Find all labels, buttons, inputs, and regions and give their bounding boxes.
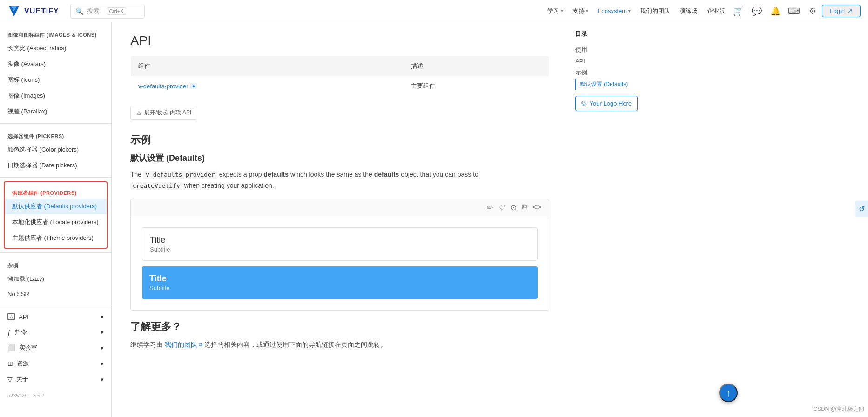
logo[interactable]: VUETIFY <box>7 5 59 18</box>
arrow-up-icon: ↑ <box>726 388 731 398</box>
sidebar-divider-1 <box>0 123 111 124</box>
sidebar-section-misc: 杂项 <box>0 257 111 271</box>
component-badge: ● <box>190 83 197 89</box>
nav-item-support[interactable]: 支持 ▾ <box>572 7 588 15</box>
expand-api-button[interactable]: ⚠ 展开/收起 内联 API <box>130 106 197 120</box>
sidebar-item-theme-providers[interactable]: 主题供应者 (Theme providers) <box>5 230 107 246</box>
toc-item-examples[interactable]: 示例 <box>575 66 653 79</box>
description-text: The v-defaults-provider expects a prop d… <box>130 169 549 192</box>
pen-icon[interactable]: ✏ <box>487 203 493 212</box>
version-num: 3.5.7 <box>33 393 44 398</box>
chevron-down-icon: ▾ <box>101 360 104 367</box>
login-button[interactable]: Login ↗ <box>822 5 861 17</box>
translate-icon[interactable]: ⌨ <box>788 6 800 17</box>
heart-icon[interactable]: ♡ <box>498 203 505 212</box>
feedback-button[interactable]: ↺ <box>855 200 868 217</box>
warning-icon: ⚠ <box>136 110 141 116</box>
search-bar[interactable]: 🔍 搜索 Ctrl+K <box>70 4 145 19</box>
sidebar-item-avatars[interactable]: 头像 (Avatars) <box>0 56 111 72</box>
demo-card-default: Title Subtitle <box>142 227 538 261</box>
toc-item-usage[interactable]: 使用 <box>575 44 653 56</box>
api-table-header-description: 描述 <box>404 56 549 76</box>
copy-icon[interactable]: ⎘ <box>522 203 527 212</box>
card2-title: Title <box>149 274 530 284</box>
cart-icon[interactable]: 🛒 <box>733 6 744 17</box>
nav-item-learn[interactable]: 学习 ▾ <box>547 7 563 15</box>
scroll-to-top-button[interactable]: ↑ <box>719 384 738 402</box>
about-icon: ▽ <box>7 376 13 383</box>
toc-title: 目录 <box>575 30 653 38</box>
nav-item-ecosystem[interactable]: Ecosystem ▾ <box>598 7 631 14</box>
settings-icon[interactable]: ⚙ <box>807 6 818 17</box>
api-icon: △ <box>7 313 15 320</box>
sidebar-item-api[interactable]: △ API ▾ <box>0 309 111 324</box>
vuetify-logo-icon <box>7 5 20 18</box>
api-title: API <box>130 33 549 48</box>
external-link-icon: ⧉ <box>199 340 202 349</box>
demo-area: ✏ ♡ ⊙ ⎘ <> Title Subtitle Title Subtitle <box>130 199 549 311</box>
code-v-defaults-provider: v-defaults-provider <box>143 171 217 179</box>
sponsor-button[interactable]: © Your Logo Here <box>575 96 638 111</box>
github-icon[interactable]: ⊙ <box>511 203 517 212</box>
team-link[interactable]: 我们的团队 ⧉ <box>165 339 202 351</box>
sidebar-providers-group: 供应者组件 (PROVIDERS) 默认供应者 (Defaults provid… <box>4 181 108 249</box>
toc-item-api[interactable]: API <box>575 56 653 66</box>
sidebar-section-pickers: 选择器组件 (PICKERS) <box>0 127 111 142</box>
header-icons: 🛒 💬 🔔 ⌨ ⚙ <box>733 6 818 17</box>
feedback-icon: ↺ <box>859 204 865 213</box>
examples-heading: 示例 <box>130 133 549 147</box>
v-defaults-provider-link[interactable]: v-defaults-provider ● <box>138 83 396 90</box>
discord-icon[interactable]: 💬 <box>751 6 762 17</box>
api-table-header-component: 组件 <box>131 56 404 76</box>
component-description: 主要组件 <box>404 76 549 96</box>
sidebar-item-defaults-providers[interactable]: 默认供应者 (Defaults providers) <box>5 199 107 214</box>
sidebar: 图像和图标组件 (IMAGES & ICONS) 长宽比 (Aspect rat… <box>0 22 112 417</box>
notification-icon[interactable]: 🔔 <box>770 6 781 17</box>
bold-defaults-2: defaults <box>374 171 399 178</box>
more-text: 继续学习由 我们的团队 ⧉ 选择的相关内容，或通过使用下面的导航链接在页面之间跳… <box>130 339 549 351</box>
bold-defaults-1: defaults <box>263 171 289 178</box>
main-content: API 组件 描述 v-defaults-provider ● 主要组件 <box>112 22 568 417</box>
card1-subtitle: Subtitle <box>150 246 530 253</box>
sidebar-item-parallax[interactable]: 视差 (Parallax) <box>0 104 111 119</box>
search-icon: 🔍 <box>75 7 83 15</box>
code-icon[interactable]: <> <box>532 203 541 212</box>
sidebar-item-date-pickers[interactable]: 日期选择器 (Date pickers) <box>0 158 111 173</box>
toc-item-defaults[interactable]: 默认设置 (Defaults) <box>575 79 653 90</box>
sidebar-item-color-pickers[interactable]: 颜色选择器 (Color pickers) <box>0 142 111 158</box>
nav-item-team[interactable]: 我们的团队 <box>640 7 670 15</box>
demo-toolbar: ✏ ♡ ⊙ ⎘ <> <box>131 199 549 216</box>
header: VUETIFY 🔍 搜索 Ctrl+K 学习 ▾ 支持 ▾ Ecosystem … <box>0 0 868 22</box>
chevron-down-icon: ▾ <box>101 313 104 320</box>
watermark: CSDN @南北极之间 <box>813 405 864 413</box>
directive-icon: ƒ <box>7 328 11 336</box>
sidebar-item-resources[interactable]: ⊞ 资源 ▾ <box>0 356 111 371</box>
chevron-down-icon: ▾ <box>101 344 104 351</box>
sidebar-item-about[interactable]: ▽ 关于 ▾ <box>0 371 111 387</box>
defaults-heading: 默认设置 (Defaults) <box>130 152 549 164</box>
sidebar-item-lab[interactable]: ⬜ 实验室 ▾ <box>0 340 111 356</box>
nav-item-enterprise[interactable]: 企业版 <box>707 7 725 15</box>
nav-item-playground[interactable]: 演练场 <box>680 7 698 15</box>
chevron-down-icon: ▾ <box>561 8 563 13</box>
sidebar-item-directives[interactable]: ƒ 指令 ▾ <box>0 324 111 340</box>
version-info: a23512b 3.5.7 <box>0 387 111 404</box>
sidebar-item-images[interactable]: 图像 (Images) <box>0 88 111 104</box>
sidebar-section-providers: 供应者组件 (PROVIDERS) <box>5 184 107 199</box>
search-shortcut: Ctrl+K <box>107 7 127 15</box>
chevron-down-icon: ▾ <box>101 329 104 336</box>
sidebar-item-lazy[interactable]: 懒加载 (Lazy) <box>0 271 111 287</box>
lab-icon: ⬜ <box>7 344 15 351</box>
chevron-down-icon: ▾ <box>586 8 588 13</box>
sidebar-item-locale-providers[interactable]: 本地化供应者 (Locale providers) <box>5 214 107 230</box>
demo-card-blue: Title Subtitle <box>142 266 538 299</box>
commit-hash: a23512b <box>7 393 27 398</box>
card1-title: Title <box>150 235 530 245</box>
table-of-contents: 目录 使用 API 示例 默认设置 (Defaults) © Your Logo… <box>568 22 661 417</box>
sidebar-item-icons[interactable]: 图标 (Icons) <box>0 72 111 88</box>
sidebar-item-no-ssr[interactable]: No SSR <box>0 287 111 301</box>
layout: 图像和图标组件 (IMAGES & ICONS) 长宽比 (Aspect rat… <box>0 22 868 417</box>
sidebar-item-aspect-ratios[interactable]: 长宽比 (Aspect ratios) <box>0 40 111 56</box>
more-heading: 了解更多？ <box>130 320 549 334</box>
card2-subtitle: Subtitle <box>149 285 530 291</box>
